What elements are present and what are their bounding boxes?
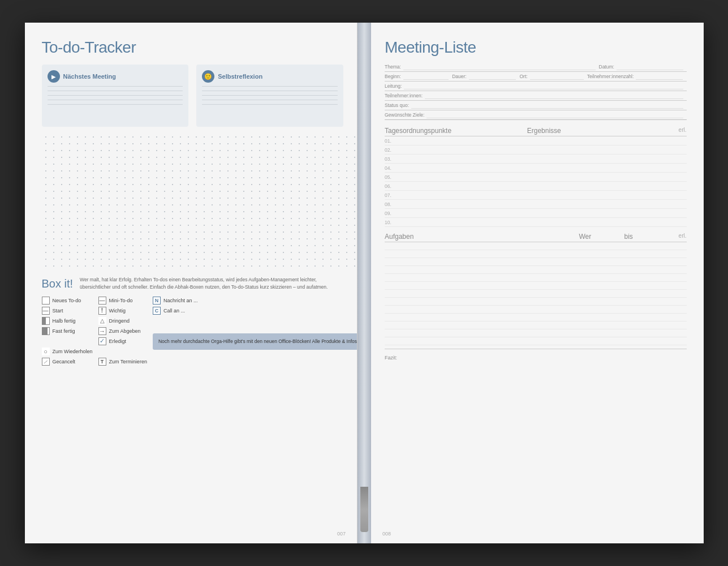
dot <box>343 174 351 181</box>
dot <box>74 168 81 174</box>
teilnehmerinnen-label: Teilnehmer:innen: <box>385 93 423 99</box>
widget-reflection-title: Selbstreflexion <box>218 73 262 80</box>
dot <box>81 201 89 208</box>
task-row <box>385 242 687 250</box>
dot <box>161 188 169 195</box>
dot <box>153 208 161 215</box>
dot <box>216 235 224 242</box>
beginn-line <box>403 79 449 80</box>
dot <box>319 140 327 147</box>
dot <box>42 134 50 140</box>
dot <box>248 168 256 174</box>
dot <box>169 263 176 269</box>
legend-label: Zum Abgeben <box>109 328 141 334</box>
dot <box>216 249 224 256</box>
right-page-title: Meeting-Liste <box>385 38 687 57</box>
dot <box>97 249 105 256</box>
agenda-number: 08. <box>385 201 402 207</box>
agenda-row: 06. <box>385 182 687 191</box>
dot <box>81 174 89 181</box>
agenda-number: 10. <box>385 220 402 225</box>
dot <box>81 242 89 249</box>
dot <box>327 222 335 229</box>
dot <box>145 229 153 235</box>
dot <box>272 229 279 235</box>
dot <box>161 263 169 269</box>
datum-label: Datum: <box>599 64 614 70</box>
dot <box>319 222 327 229</box>
dot <box>264 168 272 174</box>
dot <box>256 256 264 263</box>
dot <box>351 256 358 263</box>
dot <box>113 140 121 147</box>
dot <box>264 134 272 140</box>
dot <box>176 215 184 222</box>
dot <box>129 147 137 154</box>
dot <box>184 229 192 235</box>
dot <box>248 222 256 229</box>
dot <box>208 140 216 147</box>
dot <box>343 154 351 161</box>
dot <box>97 147 105 154</box>
dot <box>232 263 240 269</box>
dot <box>240 229 248 235</box>
dot <box>335 208 343 215</box>
dot <box>351 134 358 140</box>
dot <box>42 201 50 208</box>
dot <box>279 154 287 161</box>
legend-icon-halb <box>42 317 50 325</box>
dot <box>287 161 295 168</box>
dot <box>58 201 66 208</box>
dot <box>232 188 240 195</box>
dot <box>97 201 105 208</box>
dot <box>327 195 335 201</box>
dot <box>105 174 113 181</box>
dot <box>256 249 264 256</box>
dot <box>216 242 224 249</box>
dot <box>311 140 319 147</box>
dot <box>137 229 145 235</box>
agenda-col2-label: Ergebnisse <box>527 127 670 135</box>
dot <box>343 242 351 249</box>
dot <box>319 147 327 154</box>
dot <box>161 229 169 235</box>
dot <box>208 188 216 195</box>
legend-icon-fast <box>42 327 50 335</box>
dot <box>295 229 303 235</box>
dot <box>81 222 89 229</box>
legend-item-mini: — Mini-To-do <box>98 297 147 305</box>
dot <box>121 174 129 181</box>
dot <box>224 201 232 208</box>
legend-label: Erledigt <box>109 338 127 344</box>
dot <box>319 161 327 168</box>
dot <box>343 188 351 195</box>
dot <box>264 201 272 208</box>
dot <box>153 174 161 181</box>
dot <box>248 256 256 263</box>
legend-icon-wichtig: ! <box>98 307 106 315</box>
dot <box>335 174 343 181</box>
dot <box>176 229 184 235</box>
dot <box>319 263 327 269</box>
dot <box>74 215 81 222</box>
dot <box>224 263 232 269</box>
dot <box>153 229 161 235</box>
dot <box>81 161 89 168</box>
datum-line <box>617 70 683 70</box>
dot <box>272 256 279 263</box>
dot <box>192 161 200 168</box>
dot-row <box>42 242 358 249</box>
dot <box>184 134 192 140</box>
dot <box>192 154 200 161</box>
dot <box>176 140 184 147</box>
dot <box>311 222 319 229</box>
dot <box>89 181 97 188</box>
dot <box>335 242 343 249</box>
dot <box>351 208 358 215</box>
dot <box>287 229 295 235</box>
task-row <box>385 306 687 314</box>
dot <box>58 174 66 181</box>
dot <box>66 181 74 188</box>
dot <box>192 215 200 222</box>
dot <box>327 161 335 168</box>
